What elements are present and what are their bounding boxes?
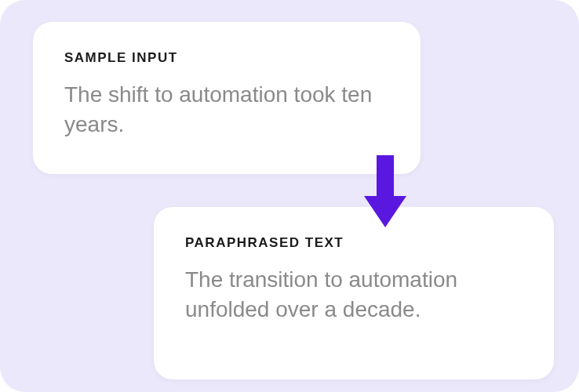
input-card: SAMPLE INPUT The shift to automation too…	[33, 22, 421, 174]
diagram-container: SAMPLE INPUT The shift to automation too…	[0, 0, 579, 392]
output-card: PARAPHRASED TEXT The transition to autom…	[154, 207, 554, 379]
output-text: The transition to automation unfolded ov…	[185, 265, 523, 325]
output-label: PARAPHRASED TEXT	[185, 235, 523, 251]
input-label: SAMPLE INPUT	[64, 50, 389, 66]
arrow-down-icon	[361, 155, 410, 230]
input-text: The shift to automation took ten years.	[64, 80, 389, 140]
